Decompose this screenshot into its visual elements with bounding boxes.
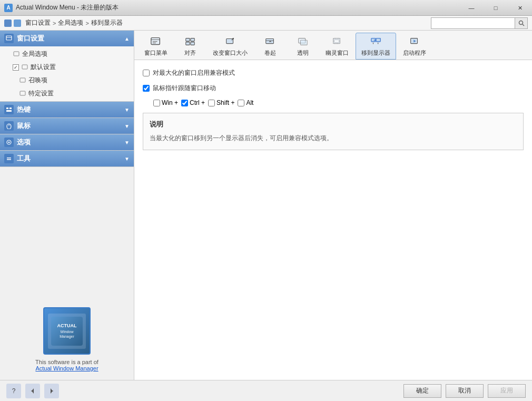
help-icon-button[interactable]: ? xyxy=(6,384,21,398)
modifier-shift-checkbox[interactable] xyxy=(208,100,215,106)
modifier-ctrl-checkbox[interactable] xyxy=(181,100,188,106)
minimize-button[interactable]: — xyxy=(459,0,484,16)
modifier-alt-checkbox[interactable] xyxy=(238,100,244,106)
maximize-button[interactable]: □ xyxy=(484,0,508,16)
tree-icon-2 xyxy=(21,64,28,71)
hotkeys-icon xyxy=(4,105,14,114)
content-area: 窗口菜单 对齐 xyxy=(134,31,532,380)
modifier-win: Win + xyxy=(153,99,178,106)
sidebar-label-shortcuts: 召唤项 xyxy=(28,76,47,85)
breadcrumb-part-1: 窗口设置 xyxy=(25,18,51,27)
svg-rect-5 xyxy=(22,65,27,69)
tab-move-to-display[interactable]: 移到显示器 xyxy=(356,33,396,60)
sidebar-header-window-settings[interactable]: 窗口设置 ▲ xyxy=(0,31,134,46)
forward-icon-button[interactable] xyxy=(44,384,59,398)
svg-rect-16 xyxy=(7,159,11,160)
options-chevron: ▼ xyxy=(124,140,130,145)
tab-icon-rollup xyxy=(264,35,277,48)
forward-icon xyxy=(48,387,55,395)
bottom-buttons: 确定 取消 应用 xyxy=(403,384,526,398)
tab-icon-move-to-display xyxy=(370,35,382,48)
sidebar-header-options[interactable]: 选项 ▼ xyxy=(0,134,134,150)
sidebar-header-mouse[interactable]: 鼠标 ▼ xyxy=(0,118,134,134)
toolbar: 窗口菜单 对齐 xyxy=(134,31,532,60)
search-box xyxy=(431,17,528,29)
modifier-shift-label: Shift + xyxy=(216,99,234,106)
sidebar-item-default-settings[interactable]: 默认设置 xyxy=(0,61,134,74)
svg-rect-19 xyxy=(153,41,157,42)
mouse-label: 鼠标 xyxy=(17,121,31,131)
close-button[interactable]: ✕ xyxy=(508,0,532,16)
options-label: 选项 xyxy=(17,138,31,147)
hotkeys-chevron: ▼ xyxy=(124,107,130,113)
breadcrumb-icon-1 xyxy=(4,19,12,27)
bottom-bar: ? 确定 取消 应用 xyxy=(0,380,532,401)
search-input[interactable] xyxy=(431,17,515,29)
content-panel: 对最大化的窗口启用兼容模式 鼠标指针跟随窗口移动 Win + Ctrl + xyxy=(134,60,532,380)
sidebar-header-tools[interactable]: 工具 ▼ xyxy=(0,151,134,167)
tab-align[interactable]: 对齐 xyxy=(174,33,206,60)
tab-resize[interactable]: 改变窗口大小 xyxy=(207,33,253,60)
option2-checkbox[interactable]: 鼠标指针跟随窗口移动 xyxy=(143,84,216,93)
sidebar-header-hotkeys[interactable]: 热键 ▼ xyxy=(0,102,134,118)
sidebar-item-global-options[interactable]: 全局选项 xyxy=(0,47,134,61)
tab-icon-align xyxy=(184,35,196,48)
tools-icon xyxy=(4,154,14,163)
svg-rect-7 xyxy=(20,91,25,95)
modifier-keys-row: Win + Ctrl + Shift + Alt xyxy=(153,99,524,106)
sidebar-items-window-settings: 全局选项 默认设置 召唤项 xyxy=(0,46,134,101)
sidebar-item-shortcuts[interactable]: 召唤项 xyxy=(0,74,134,87)
option2-label: 鼠标指针跟随窗口移动 xyxy=(153,84,216,93)
tab-label-ghost-window: 幽灵窗口 xyxy=(326,49,349,57)
svg-rect-6 xyxy=(20,78,25,82)
breadcrumb-part-2: 全局选项 xyxy=(58,18,83,27)
checkbox-icon-default xyxy=(13,64,19,71)
tab-startup-program[interactable]: 启动程序 xyxy=(397,33,432,60)
description-box: 说明 当最大化的窗口移到另一个显示器后消失，可启用兼容模式选项。 xyxy=(143,113,524,150)
option-row-2: 鼠标指针跟随窗口移动 xyxy=(143,84,524,93)
svg-rect-33 xyxy=(376,38,380,42)
svg-rect-24 xyxy=(191,42,194,45)
svg-rect-39 xyxy=(31,390,32,391)
breadcrumb-separator-2: > xyxy=(85,20,88,26)
sidebar-item-specific-settings[interactable]: 特定设置 xyxy=(0,87,134,100)
tab-icon-ghost-window xyxy=(331,35,343,48)
tools-label: 工具 xyxy=(17,154,31,163)
window-settings-label: 窗口设置 xyxy=(17,34,44,43)
modifier-alt-label: Alt xyxy=(246,99,253,106)
tab-rollup[interactable]: 卷起 xyxy=(254,33,286,60)
confirm-button[interactable]: 确定 xyxy=(403,384,441,398)
option1-checkbox[interactable]: 对最大化的窗口启用兼容模式 xyxy=(143,69,235,77)
svg-rect-29 xyxy=(300,40,307,45)
breadcrumb-part-3: 移到显示器 xyxy=(91,18,123,27)
option1-label: 对最大化的窗口启用兼容模式 xyxy=(153,69,235,77)
tab-label-startup-program: 启动程序 xyxy=(403,49,426,57)
modifier-win-checkbox[interactable] xyxy=(153,100,160,106)
search-icon xyxy=(518,20,525,26)
tree-icon-1 xyxy=(13,51,20,58)
search-button[interactable] xyxy=(515,17,528,29)
sidebar-label-specific-settings: 特定设置 xyxy=(28,89,54,98)
help-icon: ? xyxy=(12,387,16,395)
option2-checkbox-input[interactable] xyxy=(143,85,150,92)
modifier-ctrl: Ctrl + xyxy=(181,99,205,106)
title-bar-controls: — □ ✕ xyxy=(459,0,532,16)
tab-icon-window-menu xyxy=(150,35,162,48)
tab-transparent[interactable]: 透明 xyxy=(287,33,319,60)
apply-button[interactable]: 应用 xyxy=(488,384,526,398)
tab-label-move-to-display: 移到显示器 xyxy=(361,49,390,57)
tab-window-menu[interactable]: 窗口菜单 xyxy=(139,33,173,60)
sidebar-section-tools: 工具 ▼ xyxy=(0,151,134,167)
tab-ghost-window[interactable]: 幽灵窗口 xyxy=(320,33,354,60)
option1-checkbox-input[interactable] xyxy=(143,70,150,76)
tab-label-align: 对齐 xyxy=(184,49,196,57)
svg-rect-26 xyxy=(266,39,274,44)
bottom-icon-group: ? xyxy=(6,384,59,398)
tab-icon-transparent xyxy=(297,35,309,48)
tree-icon-3 xyxy=(19,77,26,84)
back-icon-button[interactable] xyxy=(25,384,40,398)
modifier-ctrl-label: Ctrl + xyxy=(190,99,205,106)
svg-rect-8 xyxy=(6,107,8,109)
product-link[interactable]: Actual Window Manager xyxy=(35,365,98,371)
cancel-button[interactable]: 取消 xyxy=(446,384,484,398)
